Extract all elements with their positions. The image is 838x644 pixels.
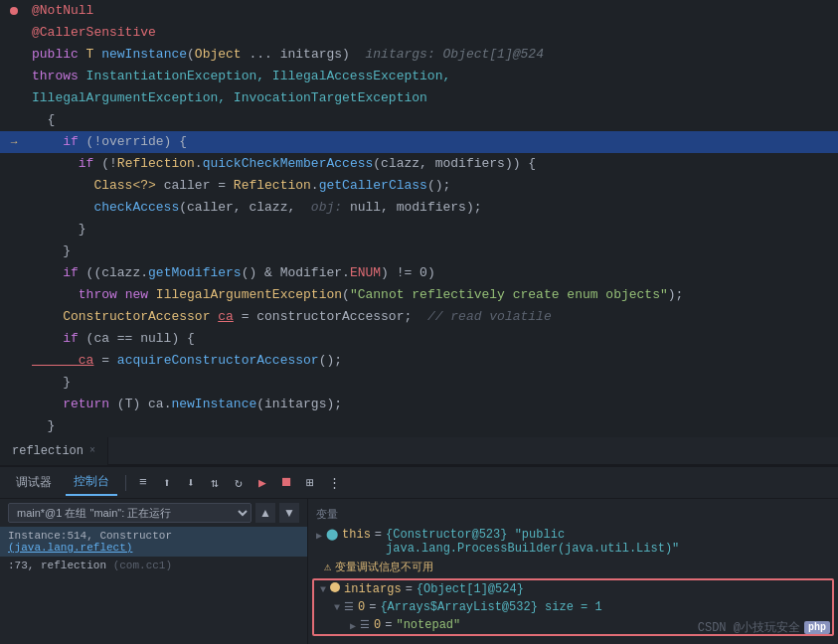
code-token: ca bbox=[32, 353, 93, 368]
var-list-icon: ☰ bbox=[344, 600, 354, 613]
code-token: (ca == null) { bbox=[86, 331, 195, 346]
var-name-notepad: 0 bbox=[374, 618, 381, 632]
code-token: return bbox=[32, 397, 117, 411]
code-line: } bbox=[0, 415, 838, 437]
expand-icon-this: ▶ bbox=[316, 530, 322, 542]
tab-close-icon[interactable]: × bbox=[89, 445, 95, 456]
code-token: ((clazz. bbox=[86, 265, 148, 280]
line-content: throws InstantiationException, IllegalAc… bbox=[24, 66, 450, 87]
code-token: Reflection bbox=[234, 178, 311, 193]
code-token: if bbox=[32, 134, 86, 149]
code-token: (clazz, modifiers)) { bbox=[373, 156, 536, 171]
warning-icon: ⚠ bbox=[324, 560, 331, 574]
bottom-panel: 调试器 控制台 ≡ ⬆ ⬇ ⇅ ↻ ▶ ⏹ ⊞ ⋮ main*@1 在组 "ma… bbox=[0, 465, 838, 644]
console-tab[interactable]: 控制台 bbox=[66, 469, 117, 496]
line-content: if (ca == null) { bbox=[24, 328, 195, 350]
panel-toolbar: 调试器 控制台 ≡ ⬆ ⬇ ⇅ ↻ ▶ ⏹ ⊞ ⋮ bbox=[0, 467, 838, 499]
var-initargs[interactable]: ▼ initargs = {Object[1]@524} bbox=[314, 580, 832, 598]
code-line: checkAccess(caller, clazz, obj: null, mo… bbox=[0, 197, 838, 219]
icon-more[interactable]: ⋮ bbox=[325, 474, 343, 492]
code-token: ENUM bbox=[350, 265, 381, 280]
left-panel: main*@1 在组 "main": 正在运行 ▲ ▼ Instance:514… bbox=[0, 499, 308, 644]
var-arr-0[interactable]: ▼ ☰ 0 = {Arrays$ArrayList@532} size = 1 bbox=[314, 598, 832, 616]
code-token: // read volatile bbox=[427, 309, 552, 324]
code-line: Class<?> caller = Reflection.getCallerCl… bbox=[0, 175, 838, 197]
code-token: = bbox=[93, 353, 116, 368]
code-token: Object bbox=[195, 47, 242, 62]
code-token: { bbox=[32, 112, 55, 127]
code-token: . bbox=[311, 178, 319, 193]
var-name-initargs: initargs bbox=[344, 582, 402, 596]
code-token: checkAccess bbox=[32, 200, 179, 215]
code-line: IllegalArgumentException, InvocationTarg… bbox=[0, 87, 838, 109]
var-eq-initargs: = bbox=[406, 582, 413, 596]
code-line: } bbox=[0, 372, 838, 394]
tab-label: reflection bbox=[12, 444, 84, 458]
code-token: obj: bbox=[311, 200, 342, 215]
code-line: throws InstantiationException, IllegalAc… bbox=[0, 66, 838, 87]
icon-up[interactable]: ⬆ bbox=[158, 474, 176, 492]
var-icon-this: ⬤ bbox=[326, 528, 338, 541]
nav-down-btn[interactable]: ▼ bbox=[279, 503, 299, 523]
line-content: return (T) ca.newInstance(initargs); bbox=[24, 394, 342, 415]
icon-updown[interactable]: ⇅ bbox=[206, 474, 224, 492]
var-val-this: {Constructor@523} "public java.lang.Proc… bbox=[386, 528, 830, 556]
code-token: throws bbox=[32, 69, 86, 83]
var-eq-notepad: = bbox=[385, 618, 392, 632]
php-badge: php bbox=[804, 621, 830, 634]
stack-frame-0-link: (java.lang.reflect) bbox=[8, 542, 132, 554]
code-token: @NotNull bbox=[32, 3, 93, 18]
code-token: ) != 0) bbox=[381, 265, 435, 280]
line-content: @NotNull bbox=[24, 0, 93, 22]
code-token: ConstructorAccessor bbox=[32, 309, 218, 324]
csdn-text: CSDN @小技玩安全 bbox=[698, 619, 800, 636]
icon-list[interactable]: ≡ bbox=[134, 474, 152, 492]
icon-stop[interactable]: ⏹ bbox=[277, 474, 295, 492]
line-content: { bbox=[24, 109, 55, 131]
code-line: ca = acquireConstructorAccessor(); bbox=[0, 350, 838, 372]
code-token: () & Modifier. bbox=[242, 265, 350, 280]
line-content: @CallerSensitive bbox=[24, 22, 156, 44]
icon-grid[interactable]: ⊞ bbox=[301, 474, 319, 492]
code-line: @CallerSensitive bbox=[0, 22, 838, 44]
line-gutter bbox=[4, 7, 24, 15]
expand-icon-initargs: ▼ bbox=[320, 584, 326, 595]
watermark: CSDN @小技玩安全 php bbox=[698, 619, 830, 636]
line-content: if (!Reflection.quickCheckMemberAccess(c… bbox=[24, 153, 536, 175]
stack-frame-0[interactable]: Instance:514, Constructor (java.lang.ref… bbox=[0, 527, 307, 557]
icon-play[interactable]: ▶ bbox=[253, 474, 271, 492]
icon-refresh[interactable]: ↻ bbox=[230, 474, 248, 492]
line-content: } bbox=[24, 219, 86, 241]
code-token: (); bbox=[427, 178, 450, 193]
var-this[interactable]: ▶ ⬤ this = {Constructor@523} "public jav… bbox=[308, 526, 838, 558]
icon-down[interactable]: ⬇ bbox=[182, 474, 200, 492]
code-token: } bbox=[32, 375, 71, 390]
thread-dropdown[interactable]: main*@1 在组 "main": 正在运行 bbox=[8, 503, 251, 523]
debugger-tab[interactable]: 调试器 bbox=[8, 470, 60, 495]
code-line: } bbox=[0, 241, 838, 262]
code-token: quickCheckMemberAccess bbox=[203, 156, 374, 171]
warning-text: 变量调试信息不可用 bbox=[335, 560, 433, 574]
var-val-notepad: "notepad" bbox=[396, 618, 460, 632]
code-token: newInstance bbox=[171, 397, 256, 411]
code-token: (); bbox=[319, 353, 342, 368]
code-line: { bbox=[0, 109, 838, 131]
code-token: newInstance bbox=[101, 47, 187, 62]
nav-up-btn[interactable]: ▲ bbox=[255, 503, 275, 523]
code-token: ( bbox=[342, 287, 350, 302]
breakpoint-dot[interactable] bbox=[10, 7, 18, 15]
thread-dropdown-row: main*@1 在组 "main": 正在运行 ▲ ▼ bbox=[0, 499, 307, 527]
code-token: (T) ca. bbox=[117, 397, 172, 411]
code-token: Class<?> bbox=[32, 178, 156, 193]
code-token: throw bbox=[32, 287, 125, 302]
code-token: = constructorAccessor; bbox=[234, 309, 427, 324]
expand-icon-notepad: ▶ bbox=[350, 620, 356, 632]
stack-frame-1[interactable]: :73, reflection (com.cc1) bbox=[0, 557, 307, 574]
code-line: if ((clazz.getModifiers() & Modifier.ENU… bbox=[0, 262, 838, 284]
code-token: } bbox=[32, 418, 55, 433]
code-line: if (ca == null) { bbox=[0, 328, 838, 350]
stack-frame-0-label: Instance:514, Constructor bbox=[8, 530, 172, 542]
tab-reflection[interactable]: reflection × bbox=[0, 437, 108, 465]
line-content: if (!override) { bbox=[24, 131, 187, 153]
line-content: } bbox=[24, 241, 71, 262]
